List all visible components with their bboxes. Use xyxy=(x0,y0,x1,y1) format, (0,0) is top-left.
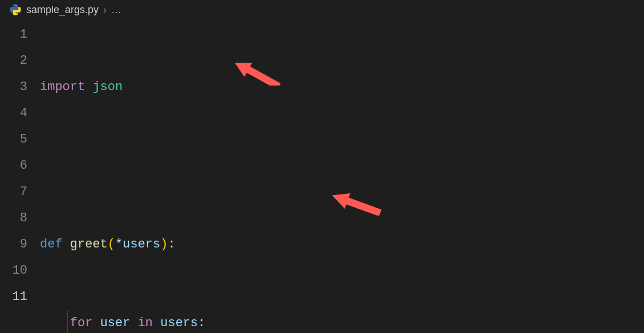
code-line[interactable]: for user in users: xyxy=(40,310,644,333)
line-number: 6 xyxy=(0,153,27,179)
keyword-def: def xyxy=(40,237,63,251)
line-number-gutter: 1 2 3 4 5 6 7 8 9 10 11 xyxy=(0,22,40,333)
module-name: json xyxy=(92,80,123,94)
paren-close: ) xyxy=(160,237,168,251)
code-line[interactable]: def greet(*users): xyxy=(40,232,644,258)
code-line[interactable]: import json xyxy=(40,74,644,100)
line-number: 5 xyxy=(0,127,27,153)
line-number: 3 xyxy=(0,74,27,100)
star-operator: * xyxy=(115,237,123,251)
keyword-in: in xyxy=(138,316,153,330)
line-number: 7 xyxy=(0,179,27,205)
line-number: 11 xyxy=(0,284,27,310)
code-line[interactable] xyxy=(40,153,644,179)
line-number: 10 xyxy=(0,258,27,284)
code-area[interactable]: import json def greet(*users): for user … xyxy=(40,22,644,333)
colon: : xyxy=(198,316,205,330)
line-number: 9 xyxy=(0,232,27,258)
code-editor[interactable]: 1 2 3 4 5 6 7 8 9 10 11 import json def … xyxy=(0,19,644,333)
parameter: users xyxy=(123,237,160,251)
python-file-icon xyxy=(9,3,22,16)
keyword-for: for xyxy=(70,316,93,330)
line-number: 8 xyxy=(0,205,27,232)
line-number: 4 xyxy=(0,100,27,127)
breadcrumb-rest[interactable]: … xyxy=(111,4,121,16)
breadcrumb-filename[interactable]: sample_args.py xyxy=(26,4,99,16)
function-name: greet xyxy=(70,237,108,251)
variable: user xyxy=(100,316,131,330)
colon: : xyxy=(168,237,175,251)
keyword-import: import xyxy=(40,80,85,94)
paren-open: ( xyxy=(108,237,115,251)
line-number: 1 xyxy=(0,22,27,48)
breadcrumb[interactable]: sample_args.py › … xyxy=(0,0,644,19)
breadcrumb-separator: › xyxy=(103,4,107,16)
variable: users xyxy=(160,316,198,330)
line-number: 2 xyxy=(0,48,27,74)
